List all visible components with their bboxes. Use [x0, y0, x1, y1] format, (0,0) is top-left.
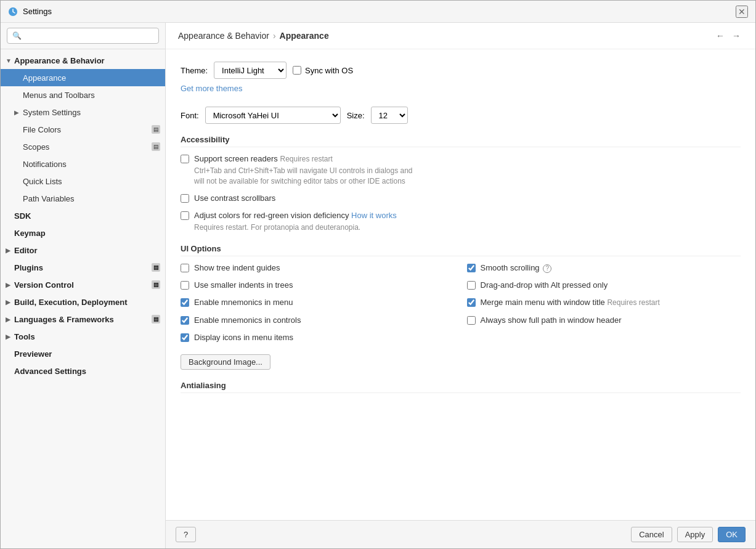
ui-item-drag-drop: Drag-and-drop with Alt pressed only — [467, 280, 741, 291]
window-title: Settings — [23, 7, 52, 16]
help-icon[interactable]: ? — [543, 264, 551, 273]
font-select[interactable]: Microsoft YaHei UIArialSegoe UIConsolas — [205, 107, 341, 124]
sidebar-item-label: Advanced Settings — [14, 367, 160, 376]
arrow-icon: ▶ — [6, 299, 14, 306]
sidebar-item-build-execution[interactable]: ▶Build, Execution, Deployment — [1, 293, 165, 311]
arrow-icon: ▶ — [6, 282, 14, 288]
sidebar-item-system-settings[interactable]: ▶System Settings — [1, 104, 165, 121]
checkbox-label-screen-readers: Support screen readers Requires restartC… — [194, 153, 413, 187]
ui-options-right: Smooth scrolling ?Drag-and-drop with Alt… — [467, 262, 741, 349]
content-body: Theme: IntelliJ LightDarculaHigh Contras… — [166, 49, 755, 520]
sidebar-item-quick-lists[interactable]: Quick Lists — [1, 173, 165, 190]
settings-window: Settings ✕ ▼Appearance & BehaviorAppeara… — [0, 0, 756, 549]
size-label: Size: — [347, 111, 365, 120]
search-input[interactable] — [7, 28, 159, 44]
sidebar-item-previewer[interactable]: Previewer — [1, 345, 165, 362]
sidebar-item-label: Tools — [14, 332, 160, 341]
checkbox-full-path[interactable] — [467, 316, 476, 325]
sidebar-item-languages-frameworks[interactable]: ▶Languages & Frameworks▤ — [1, 311, 165, 328]
sidebar-item-label: Keymap — [14, 229, 160, 238]
sidebar-item-tools[interactable]: ▶Tools — [1, 328, 165, 345]
accessibility-title: Accessibility — [181, 135, 741, 147]
help-button[interactable]: ? — [176, 527, 196, 542]
sidebar-item-plugins[interactable]: Plugins▤ — [1, 259, 165, 276]
sidebar-item-notifications[interactable]: Notifications — [1, 155, 165, 173]
sidebar-item-version-control[interactable]: ▶Version Control▤ — [1, 276, 165, 293]
sidebar-item-advanced-settings[interactable]: Advanced Settings — [1, 362, 165, 380]
breadcrumb-separator: › — [273, 31, 276, 41]
sidebar-item-path-variables[interactable]: Path Variables — [1, 190, 165, 207]
checkbox-screen-readers[interactable] — [181, 155, 189, 163]
checkbox-smaller-indents[interactable] — [181, 281, 189, 290]
label-drag-drop: Drag-and-drop with Alt pressed only — [481, 280, 608, 291]
bottom-bar-right: Cancel Apply OK — [631, 527, 746, 542]
ui-item-smooth-scrolling: Smooth scrolling ? — [467, 262, 741, 274]
checkbox-drag-drop[interactable] — [467, 281, 476, 290]
label-smooth-scrolling: Smooth scrolling ? — [481, 262, 552, 274]
size-select[interactable]: 10111213141618 — [371, 107, 408, 124]
ui-item-mnemonics-controls: Enable mnemonics in controls — [181, 315, 455, 326]
checkbox-label-contrast-scrollbars: Use contrast scrollbars — [194, 193, 275, 204]
ui-options-grid: Show tree indent guidesUse smaller inden… — [181, 262, 741, 349]
sidebar-item-label: Languages & Frameworks — [14, 315, 152, 324]
ui-options-title: UI Options — [181, 244, 741, 256]
sidebar-item-keymap[interactable]: Keymap — [1, 224, 165, 242]
sidebar-item-file-colors[interactable]: File Colors▤ — [1, 121, 165, 138]
checkbox-display-icons[interactable] — [181, 333, 189, 342]
checkbox-mnemonics-menu[interactable] — [181, 298, 189, 307]
checkbox-tree-indent[interactable] — [181, 264, 189, 272]
ok-button[interactable]: OK — [718, 527, 746, 542]
accessibility-items: Support screen readers Requires restartC… — [181, 153, 741, 233]
theme-select[interactable]: IntelliJ LightDarculaHigh ContrastmacOS … — [214, 62, 287, 79]
sidebar-item-label: Plugins — [14, 263, 152, 272]
sidebar-item-label: Quick Lists — [23, 177, 160, 186]
label-tree-indent: Show tree indent guides — [194, 262, 280, 274]
breadcrumb-root: Appearance & Behavior — [178, 31, 269, 41]
checkbox-mnemonics-controls[interactable] — [181, 316, 189, 325]
ui-item-tree-indent: Show tree indent guides — [181, 262, 455, 274]
label-smaller-indents: Use smaller indents in trees — [194, 280, 293, 291]
sidebar-item-label: Editor — [14, 246, 160, 255]
accessibility-item-screen-readers: Support screen readers Requires restartC… — [181, 153, 741, 187]
sidebar-item-label: System Settings — [23, 108, 160, 117]
get-more-themes-link[interactable]: Get more themes — [181, 84, 242, 93]
sync-os-label: Sync with OS — [305, 66, 353, 75]
checkbox-contrast-scrollbars[interactable] — [181, 194, 189, 203]
checkbox-merge-menu[interactable] — [467, 298, 476, 307]
apply-button[interactable]: Apply — [677, 527, 713, 542]
cancel-button[interactable]: Cancel — [631, 527, 672, 542]
header-nav: ← → — [713, 29, 743, 43]
sidebar-item-editor[interactable]: ▶Editor — [1, 242, 165, 259]
link-red-green[interactable]: How it works — [351, 211, 397, 220]
nav-forward-button[interactable]: → — [730, 29, 743, 43]
sidebar-item-appearance-behavior[interactable]: ▼Appearance & Behavior — [1, 52, 165, 69]
content-panel: Appearance & Behavior › Appearance ← → T… — [166, 23, 755, 548]
label-full-path: Always show full path in window header — [481, 315, 622, 326]
arrow-icon: ▶ — [6, 247, 14, 254]
sidebar: ▼Appearance & BehaviorAppearanceMenus an… — [1, 23, 166, 548]
sidebar-item-label: Appearance & Behavior — [14, 56, 160, 65]
label-mnemonics-menu: Enable mnemonics in menu — [194, 297, 293, 308]
sidebar-item-appearance[interactable]: Appearance — [1, 69, 165, 86]
sidebar-badge: ▤ — [152, 280, 160, 289]
sidebar-item-label: Notifications — [23, 160, 160, 169]
checkbox-smooth-scrolling[interactable] — [467, 264, 476, 272]
checkbox-red-green[interactable] — [181, 211, 189, 220]
sidebar-item-sdk[interactable]: SDK — [1, 207, 165, 224]
ui-item-display-icons: Display icons in menu items — [181, 332, 455, 343]
close-button[interactable]: ✕ — [736, 6, 748, 18]
sidebar-item-scopes[interactable]: Scopes▤ — [1, 138, 165, 155]
sidebar-item-menus-toolbars[interactable]: Menus and Toolbars — [1, 86, 165, 104]
sidebar-item-label: Menus and Toolbars — [23, 91, 160, 100]
arrow-icon: ▶ — [6, 316, 14, 323]
background-image-button[interactable]: Background Image... — [181, 354, 270, 370]
sidebar-item-label: Scopes — [23, 142, 152, 152]
sidebar-item-label: Previewer — [14, 349, 160, 359]
nav-back-button[interactable]: ← — [713, 29, 727, 43]
sync-os-checkbox[interactable] — [293, 66, 301, 75]
accessibility-item-red-green: Adjust colors for red-green vision defic… — [181, 210, 741, 233]
antialiasing-title: Antialiasing — [181, 381, 741, 393]
sidebar-tree: ▼Appearance & BehaviorAppearanceMenus an… — [1, 49, 165, 548]
font-label: Font: — [181, 111, 199, 120]
label-display-icons: Display icons in menu items — [194, 332, 293, 343]
